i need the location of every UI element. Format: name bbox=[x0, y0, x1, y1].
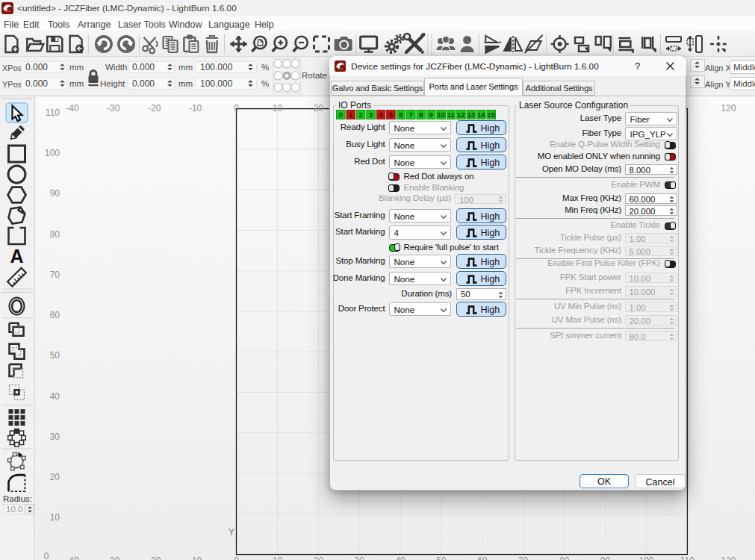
svg-text:9: 9 bbox=[429, 111, 432, 119]
svg-text:2: 2 bbox=[358, 111, 362, 119]
svg-text:5: 5 bbox=[389, 111, 393, 119]
svg-text:8: 8 bbox=[419, 111, 423, 119]
svg-text:6: 6 bbox=[399, 111, 403, 119]
svg-text:A: A bbox=[10, 246, 23, 267]
svg-text:10: 10 bbox=[437, 111, 445, 119]
svg-text:3: 3 bbox=[369, 111, 373, 119]
svg-text:11: 11 bbox=[447, 111, 455, 119]
svg-text:4: 4 bbox=[379, 111, 382, 119]
svg-text:0: 0 bbox=[339, 111, 343, 119]
svg-text:7: 7 bbox=[409, 111, 413, 119]
svg-text:1: 1 bbox=[349, 111, 352, 119]
svg-text:12: 12 bbox=[457, 111, 465, 119]
